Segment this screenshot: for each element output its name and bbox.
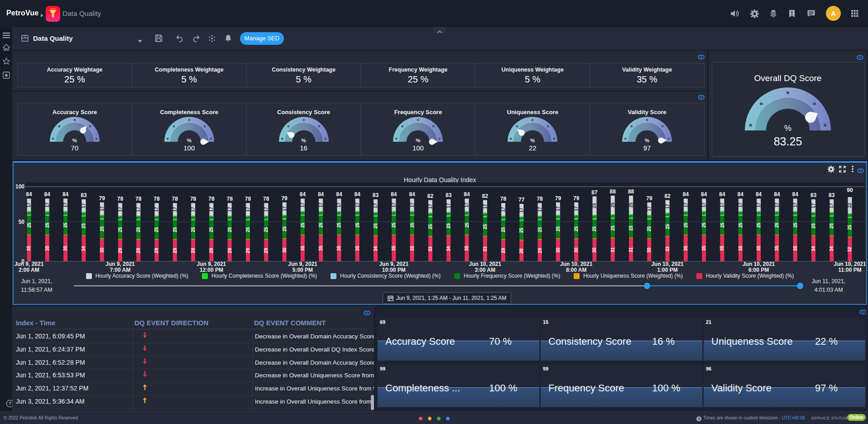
svg-text:84: 84 <box>62 191 69 198</box>
svg-text:84: 84 <box>336 191 342 198</box>
svg-text:25: 25 <box>720 222 725 228</box>
svg-text:25: 25 <box>81 223 86 229</box>
svg-text:5: 5 <box>410 212 415 214</box>
svg-text:29: 29 <box>264 248 269 253</box>
svg-text:25: 25 <box>154 227 159 232</box>
svg-text:28: 28 <box>519 248 524 254</box>
svg-text:25: 25 <box>610 226 615 231</box>
svg-text:25: 25 <box>355 222 360 228</box>
svg-text:17: 17 <box>209 207 214 212</box>
svg-text:35: 35 <box>720 246 725 251</box>
svg-text:17: 17 <box>701 202 706 207</box>
svg-text:29: 29 <box>245 248 250 253</box>
svg-text:12:00 PM: 12:00 PM <box>200 267 223 273</box>
svg-text:35: 35 <box>756 246 761 251</box>
svg-text:5: 5 <box>209 216 214 219</box>
svg-text:25: 25 <box>391 222 396 228</box>
svg-text:90: 90 <box>847 187 853 193</box>
svg-text:5: 5 <box>720 212 725 214</box>
svg-text:35: 35 <box>738 246 743 251</box>
svg-text:25: 25 <box>209 227 214 232</box>
svg-text:82: 82 <box>482 193 489 199</box>
svg-text:17: 17 <box>738 202 743 207</box>
svg-text:Jun 9, 2021: Jun 9, 2021 <box>106 261 135 267</box>
svg-text:5: 5 <box>191 216 196 219</box>
svg-text:17: 17 <box>355 202 360 207</box>
svg-text:35: 35 <box>27 246 32 251</box>
svg-text:82: 82 <box>427 193 434 199</box>
svg-text:5: 5 <box>245 216 250 219</box>
svg-text:5: 5 <box>264 216 269 219</box>
svg-text:17: 17 <box>136 207 141 212</box>
svg-text:78: 78 <box>135 196 142 202</box>
svg-text:79: 79 <box>281 195 288 202</box>
svg-text:25: 25 <box>756 222 761 228</box>
svg-text:83: 83 <box>446 192 452 198</box>
svg-text:78: 78 <box>227 196 233 202</box>
svg-text:17: 17 <box>501 207 506 212</box>
svg-text:30: 30 <box>100 247 105 253</box>
svg-text:83: 83 <box>81 192 87 198</box>
svg-text:34: 34 <box>81 246 86 251</box>
svg-text:25: 25 <box>373 223 378 229</box>
svg-text:17: 17 <box>756 202 761 207</box>
svg-text:22: 22 <box>848 202 853 208</box>
svg-text:25: 25 <box>428 224 433 229</box>
svg-text:25: 25 <box>282 226 287 231</box>
svg-text:34: 34 <box>446 246 451 251</box>
svg-text:25: 25 <box>592 226 597 231</box>
svg-text:25: 25 <box>63 222 68 228</box>
svg-text:5: 5 <box>355 212 360 214</box>
svg-text:25: 25 <box>556 226 561 231</box>
svg-text:88: 88 <box>628 188 634 195</box>
svg-text:82: 82 <box>664 193 671 199</box>
svg-text:5: 5 <box>592 216 597 218</box>
svg-text:5: 5 <box>136 216 141 219</box>
svg-text:17: 17 <box>336 202 341 207</box>
svg-text:83: 83 <box>829 192 835 198</box>
svg-text:5: 5 <box>610 215 615 217</box>
svg-text:5: 5 <box>27 212 32 214</box>
svg-text:Jun 9, 2021: Jun 9, 2021 <box>14 261 44 267</box>
svg-text:84: 84 <box>683 191 689 198</box>
svg-text:29: 29 <box>136 248 141 253</box>
svg-text:25: 25 <box>264 227 269 232</box>
svg-text:5: 5 <box>501 216 506 219</box>
svg-text:3:00 AM: 3:00 AM <box>475 267 495 273</box>
svg-text:17: 17 <box>63 202 68 207</box>
svg-text:5: 5 <box>756 212 761 214</box>
svg-text:25: 25 <box>336 222 341 228</box>
svg-text:5: 5 <box>574 216 579 218</box>
svg-text:5: 5 <box>63 212 68 214</box>
svg-text:25: 25 <box>537 227 542 232</box>
svg-text:10:00 PM: 10:00 PM <box>382 267 406 273</box>
svg-text:25: 25 <box>100 226 105 231</box>
svg-text:17: 17 <box>465 202 470 207</box>
svg-text:35: 35 <box>300 246 305 251</box>
svg-text:31: 31 <box>610 247 615 252</box>
svg-text:5: 5 <box>537 216 542 219</box>
svg-text:30: 30 <box>574 247 579 253</box>
svg-text:17: 17 <box>720 202 725 207</box>
svg-text:25: 25 <box>647 226 652 231</box>
svg-text:84: 84 <box>792 191 799 198</box>
svg-text:79: 79 <box>573 195 580 202</box>
svg-text:32: 32 <box>848 247 853 252</box>
svg-text:8:00 AM: 8:00 AM <box>566 267 587 273</box>
svg-text:Jun 10, 2021: Jun 10, 2021 <box>560 261 593 267</box>
svg-text:5: 5 <box>701 212 706 214</box>
svg-text:5: 5 <box>300 212 305 214</box>
svg-text:5: 5 <box>793 212 798 214</box>
svg-text:25: 25 <box>446 223 451 229</box>
svg-text:11:00 PM: 11:00 PM <box>838 267 861 273</box>
svg-text:Jun 10, 2021: Jun 10, 2021 <box>834 261 866 267</box>
svg-text:5: 5 <box>829 212 834 215</box>
svg-text:5: 5 <box>227 216 232 219</box>
svg-text:84: 84 <box>464 191 470 198</box>
svg-text:5: 5 <box>45 212 50 214</box>
svg-text:35: 35 <box>45 246 50 251</box>
svg-text:17: 17 <box>154 207 159 212</box>
svg-text:25: 25 <box>245 227 250 232</box>
svg-text:5: 5 <box>428 213 433 216</box>
svg-text:33: 33 <box>483 246 488 252</box>
